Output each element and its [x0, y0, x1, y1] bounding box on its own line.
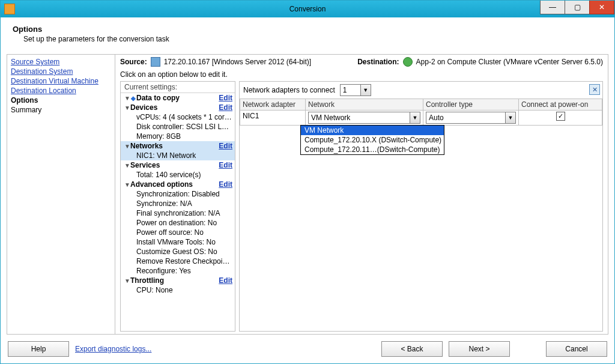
settings-child[interactable]: Synchronize: N/A	[121, 199, 235, 208]
settings-child-label: Install VMware Tools: No	[136, 238, 232, 246]
dropdown-option[interactable]: Compute_172.20.11…(DSwitch-Compute)	[301, 145, 444, 154]
wizard-nav: Source System Destination System Destina…	[7, 55, 115, 334]
export-logs-link[interactable]: Export diagnostic logs...	[75, 345, 151, 353]
collapse-icon: ▼	[124, 181, 130, 188]
app-icon	[4, 4, 15, 14]
settings-child-label: vCPUs: 4 (4 sockets * 1 cores)	[136, 113, 232, 121]
settings-list: ▼◆Data to copyEdit▼DevicesEditvCPUs: 4 (…	[121, 93, 235, 331]
settings-child[interactable]: Power off source: No	[121, 228, 235, 237]
body-frame: Source System Destination System Destina…	[7, 54, 608, 335]
collapse-icon: ▼	[124, 105, 130, 111]
settings-group-label: Services	[130, 161, 216, 169]
settings-group-label: Devices	[130, 103, 216, 112]
settings-group[interactable]: ▼ThrottlingEdit	[121, 276, 235, 285]
dropdown-option[interactable]: VM Network	[301, 126, 444, 135]
settings-child-label: CPU: None	[136, 286, 232, 294]
settings-child[interactable]: Power on destination: No	[121, 218, 235, 228]
connect-checkbox[interactable]: ✓	[556, 112, 565, 121]
panel-close-icon[interactable]: ✕	[589, 84, 600, 95]
nav-destination-location[interactable]: Destination Location	[11, 86, 111, 96]
settings-child-label: Disk controller: SCSI LSI Logi…	[136, 123, 232, 131]
settings-child-label: Total: 140 service(s)	[136, 171, 232, 179]
collapse-icon: ▼	[124, 143, 130, 150]
cancel-button[interactable]: Cancel	[546, 341, 607, 357]
help-button[interactable]: Help	[8, 341, 69, 357]
settings-child[interactable]: Install VMware Tools: No	[121, 237, 235, 247]
settings-child[interactable]: vCPUs: 4 (4 sockets * 1 cores)	[121, 112, 235, 122]
col-adapter: Network adapter	[240, 99, 306, 111]
col-controller: Controller type	[423, 99, 519, 111]
settings-child[interactable]: Customize Guest OS: No	[121, 247, 235, 256]
nav-summary[interactable]: Summary	[11, 105, 111, 115]
close-button[interactable]: ✕	[589, 1, 614, 14]
server-icon	[151, 57, 160, 67]
settings-child[interactable]: CPU: None	[121, 285, 235, 295]
chevron-down-icon: ▼	[360, 85, 371, 96]
settings-child-label: Final synchronization: N/A	[136, 209, 232, 217]
nav-destination-system[interactable]: Destination System	[11, 67, 111, 76]
minimize-button[interactable]: —	[540, 1, 565, 14]
settings-child[interactable]: Final synchronization: N/A	[121, 208, 235, 218]
collapse-icon: ▼	[124, 162, 130, 169]
cell-controller: Auto ▼	[423, 111, 519, 126]
source-value: 172.20.10.167 [Windows Server 2012 (64-b…	[164, 58, 311, 66]
controller-select[interactable]: Auto ▼	[426, 112, 516, 124]
settings-group[interactable]: ▼◆Data to copyEdit	[121, 93, 235, 103]
back-button[interactable]: < Back	[381, 341, 443, 357]
collapse-icon: ▼	[124, 278, 130, 284]
source-dest-line: Source: 172.20.10.167 [Windows Server 20…	[120, 57, 603, 67]
nav-source-system[interactable]: Source System	[11, 57, 111, 67]
cell-connect: ✓	[519, 111, 602, 126]
page-subtitle: Set up the parameters for the conversion…	[23, 35, 602, 43]
settings-child[interactable]: Synchronization: Disabled	[121, 189, 235, 199]
vcenter-icon	[403, 57, 413, 67]
adapter-count-select[interactable]: 1 ▼	[340, 84, 371, 96]
nav-destination-vm[interactable]: Destination Virtual Machine	[11, 76, 111, 86]
destination-label: Destination:	[357, 58, 399, 66]
edit-link[interactable]: Edit	[219, 94, 232, 102]
edit-link[interactable]: Edit	[219, 180, 232, 189]
chevron-down-icon: ▼	[410, 112, 420, 123]
table-header-row: Network adapter Network Controller type …	[240, 99, 602, 111]
settings-title: Current settings:	[121, 82, 235, 93]
network-select[interactable]: VM Network ▼	[308, 112, 420, 124]
settings-child[interactable]: Total: 140 service(s)	[121, 170, 235, 180]
settings-child-label: NIC1: VM Network	[136, 151, 232, 160]
edit-link[interactable]: Edit	[219, 142, 232, 150]
settings-child-label: Remove Restore Checkpoints…	[136, 257, 232, 265]
settings-child[interactable]: Disk controller: SCSI LSI Logi…	[121, 122, 235, 132]
settings-group[interactable]: ▼ServicesEdit	[121, 160, 235, 170]
page-title: Options	[13, 25, 602, 34]
nav-options[interactable]: Options	[11, 96, 111, 105]
settings-row: Current settings: ▼◆Data to copyEdit▼Dev…	[120, 81, 603, 332]
settings-group-label: Throttling	[130, 276, 216, 285]
edit-link[interactable]: Edit	[219, 103, 232, 112]
settings-child[interactable]: Remove Restore Checkpoints…	[121, 256, 235, 266]
cell-adapter: NIC1	[240, 111, 306, 126]
settings-child-label: Synchronize: N/A	[136, 199, 232, 208]
settings-child[interactable]: Reconfigure: Yes	[121, 266, 235, 276]
settings-group[interactable]: ▼Advanced optionsEdit	[121, 180, 235, 189]
conversion-window: Conversion — ▢ ✕ Options Set up the para…	[0, 0, 615, 364]
network-panel-header: Network adapters to connect 1 ▼	[240, 82, 602, 99]
settings-group[interactable]: ▼NetworksEdit	[121, 141, 235, 151]
dropdown-option[interactable]: Compute_172.20.10.X (DSwitch-Compute)	[301, 135, 444, 145]
network-panel: ✕ Network adapters to connect 1 ▼ Networ…	[239, 81, 603, 332]
edit-link[interactable]: Edit	[219, 161, 232, 169]
settings-child[interactable]: NIC1: VM Network	[121, 151, 235, 160]
window-title: Conversion	[289, 5, 326, 13]
maximize-button[interactable]: ▢	[565, 1, 590, 14]
network-adapters-label: Network adapters to connect	[243, 86, 335, 94]
settings-child[interactable]: Memory: 8GB	[121, 132, 235, 141]
table-row: NIC1 VM Network ▼ Auto	[240, 111, 602, 126]
settings-group-label: Advanced options	[130, 180, 216, 189]
settings-group[interactable]: ▼DevicesEdit	[121, 103, 235, 112]
edit-link[interactable]: Edit	[219, 276, 232, 285]
next-button[interactable]: Next >	[449, 341, 510, 357]
settings-child-label: Memory: 8GB	[136, 132, 232, 141]
cell-network: VM Network ▼	[306, 111, 423, 126]
settings-child-label: Synchronization: Disabled	[136, 190, 232, 198]
settings-child-label: Power on destination: No	[136, 219, 232, 227]
source-label: Source:	[120, 58, 147, 66]
col-network: Network	[306, 99, 423, 111]
